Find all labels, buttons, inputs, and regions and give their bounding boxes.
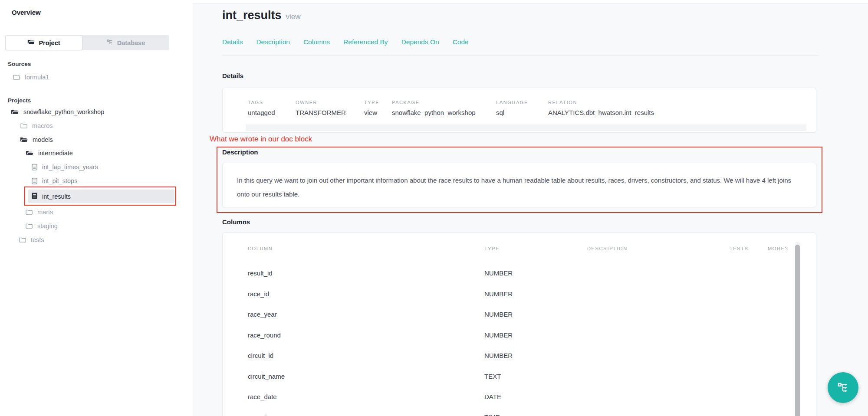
folder-icon: [27, 39, 35, 46]
table-row[interactable]: race_date DATE: [223, 393, 790, 407]
details-heading: Details: [222, 72, 243, 79]
sidebar-item-marts[interactable]: marts: [26, 207, 53, 217]
folder-open-icon: [20, 137, 28, 143]
columns-card: COLUMN TYPE DESCRIPTION TESTS MORE? resu…: [222, 233, 816, 416]
toggle-project-label: Project: [39, 39, 60, 46]
document-filled-icon: [32, 193, 37, 200]
folder-open-icon: [26, 150, 33, 157]
sidebar-item-formula1[interactable]: formula1: [13, 72, 49, 82]
table-row[interactable]: race_year NUMBER: [223, 311, 790, 324]
description-heading: Description: [222, 148, 258, 156]
table-row[interactable]: race_time TIME: [223, 413, 790, 416]
tab-bar: Details Description Columns Referenced B…: [222, 38, 469, 46]
annotation-text: What we wrote in our doc block: [210, 135, 312, 144]
column-header-column: COLUMN: [248, 246, 273, 251]
description-card: In this query we want to join out other …: [222, 163, 816, 207]
sidebar-item-label: tests: [31, 236, 44, 243]
tabs-divider: [222, 55, 819, 56]
folder-icon: [19, 237, 26, 243]
sidebar-item-label: models: [33, 136, 53, 143]
toggle-database-label: Database: [117, 39, 145, 46]
sidebar-item-label: formula1: [25, 74, 49, 81]
toggle-database[interactable]: Database: [82, 35, 169, 50]
sidebar-item-tests[interactable]: tests: [19, 235, 44, 245]
details-card: TAGS untagged OWNER TRANSFORMER TYPE vie…: [222, 88, 816, 133]
table-row[interactable]: circuit_id NUMBER: [223, 352, 790, 366]
field-relation: RELATION ANALYTICS.dbt_hwatson.int_resul…: [548, 100, 654, 116]
sidebar-item-label: intermediate: [38, 150, 73, 157]
folder-icon: [26, 223, 33, 229]
columns-heading: Columns: [222, 218, 250, 226]
lineage-graph-button[interactable]: [828, 372, 858, 403]
sidebar-item-models[interactable]: models: [20, 134, 53, 145]
field-type: TYPE view: [364, 100, 392, 116]
sidebar-item-snowflake-python-workshop[interactable]: snowflake_python_workshop: [11, 107, 104, 117]
tab-columns[interactable]: Columns: [303, 38, 330, 46]
sidebar-item-int-lap-times-years[interactable]: int_lap_times_years: [32, 162, 98, 172]
field-tags: TAGS untagged: [248, 100, 296, 116]
sidebar: Overview Project Database Sources formul…: [0, 0, 193, 416]
view-toggle: Project Database: [5, 35, 169, 50]
toggle-project[interactable]: Project: [5, 35, 82, 50]
column-header-type: TYPE: [484, 246, 500, 251]
folder-open-icon: [11, 109, 19, 115]
overview-heading: Overview: [12, 9, 41, 16]
field-package: PACKAGE snowflake_python_workshop: [392, 100, 496, 116]
column-header-description: DESCRIPTION: [587, 246, 628, 251]
main-content: int_resultsview Details Description Colu…: [193, 0, 868, 416]
document-icon: [32, 178, 37, 184]
folder-icon: [20, 123, 27, 129]
folder-icon: [26, 209, 33, 215]
sidebar-item-label: int_pit_stops: [42, 177, 77, 184]
table-row[interactable]: race_round NUMBER: [223, 331, 790, 345]
document-icon: [32, 164, 37, 170]
tab-code[interactable]: Code: [453, 38, 469, 46]
sidebar-item-label: marts: [37, 209, 53, 216]
column-header-tests: TESTS: [730, 246, 748, 251]
table-row[interactable]: result_id NUMBER: [223, 269, 790, 283]
table-row[interactable]: circuit_name TEXT: [223, 373, 790, 387]
page-title: int_resultsview: [222, 9, 301, 22]
tab-referenced-by[interactable]: Referenced By: [343, 38, 388, 46]
sidebar-item-int-pit-stops[interactable]: int_pit_stops: [32, 176, 77, 186]
database-tree-icon: [107, 39, 113, 47]
field-language: LANGUAGE sql: [496, 100, 548, 116]
sidebar-item-int-results[interactable]: int_results: [28, 190, 174, 203]
sidebar-item-label: staging: [37, 223, 58, 229]
description-body: In this query we want to join out other …: [223, 163, 816, 201]
lineage-graph-icon: [837, 382, 849, 394]
top-divider: [193, 0, 868, 3]
folder-icon: [13, 74, 20, 80]
sidebar-item-intermediate[interactable]: intermediate: [26, 148, 73, 158]
details-fields: TAGS untagged OWNER TRANSFORMER TYPE vie…: [223, 88, 816, 116]
scrollbar-thumb[interactable]: [795, 245, 800, 416]
column-header-more: MORE?: [768, 246, 788, 251]
sidebar-item-macros[interactable]: macros: [20, 121, 53, 131]
sidebar-item-label: macros: [32, 122, 53, 129]
projects-heading: Projects: [8, 97, 31, 104]
field-owner: OWNER TRANSFORMER: [296, 100, 364, 116]
details-collapsed-strip: [246, 124, 806, 131]
tab-description[interactable]: Description: [256, 38, 290, 46]
tab-details[interactable]: Details: [222, 38, 243, 46]
sidebar-item-staging[interactable]: staging: [26, 221, 58, 231]
sidebar-item-label: int_results: [42, 193, 71, 200]
sidebar-item-label: int_lap_times_years: [42, 164, 98, 170]
tab-depends-on[interactable]: Depends On: [401, 38, 439, 46]
sources-heading: Sources: [8, 61, 31, 67]
materialization-badge: view: [286, 13, 301, 21]
table-row[interactable]: race_id NUMBER: [223, 290, 790, 304]
model-name: int_results: [222, 9, 282, 22]
sidebar-item-label: snowflake_python_workshop: [23, 108, 104, 115]
